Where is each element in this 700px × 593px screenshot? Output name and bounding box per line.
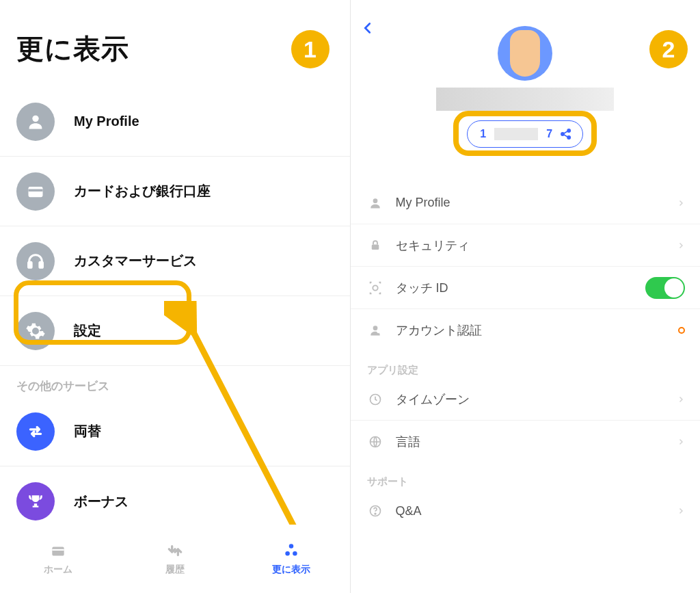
settings-item-label: My Profile (396, 196, 677, 210)
menu-item-label: 設定 (74, 321, 101, 340)
avatar[interactable] (498, 26, 552, 81)
tab-label: ホーム (44, 564, 72, 576)
settings-item-label: 言語 (396, 434, 677, 450)
section-header-app-settings: アプリ設定 (351, 352, 701, 378)
tab-history[interactable]: 履歴 (117, 525, 234, 593)
tab-label: 更に表示 (272, 564, 310, 576)
more-menu-list: My Profile カードおよび銀行口座 カスタマーサービス 設定 (0, 87, 350, 366)
svg-rect-7 (53, 549, 64, 551)
menu-item-settings[interactable]: 設定 (0, 296, 350, 366)
chevron-right-icon (677, 240, 685, 251)
svg-point-9 (286, 551, 291, 556)
settings-list: My Profile セキュリティ タッチ ID アカウント認証 アプリ設定 (351, 182, 701, 532)
settings-item-security[interactable]: セキュリティ (351, 224, 701, 267)
wallet-icon (16, 172, 55, 211)
username-redacted (436, 88, 614, 111)
globe-icon (367, 434, 383, 450)
svg-rect-6 (53, 547, 64, 556)
lock-icon (367, 237, 383, 254)
chevron-right-icon (677, 198, 685, 209)
svg-point-14 (373, 198, 377, 203)
svg-rect-4 (40, 262, 43, 267)
annotation-badge-1: 1 (291, 30, 329, 68)
svg-point-10 (293, 551, 297, 556)
fingerprint-icon (367, 280, 383, 296)
bottom-tab-bar: ホーム 履歴 更に表示 (0, 525, 350, 593)
tab-label: 履歴 (165, 564, 185, 576)
settings-item-timezone[interactable]: タイムゾーン (351, 378, 701, 421)
menu-item-label: カードおよび銀行口座 (74, 182, 211, 200)
svg-rect-15 (371, 244, 379, 250)
home-icon (48, 542, 68, 559)
settings-item-account-verification[interactable]: アカウント認証 (351, 309, 701, 352)
menu-item-exchange[interactable]: 両替 (0, 397, 350, 466)
person-icon (367, 195, 383, 211)
touch-id-toggle[interactable] (645, 277, 685, 299)
person-icon (16, 103, 55, 141)
svg-point-16 (373, 285, 377, 290)
menu-item-label: カスタマーサービス (74, 252, 197, 270)
svg-point-8 (289, 544, 294, 549)
tab-home[interactable]: ホーム (0, 525, 117, 593)
menu-item-label: ボーナス (74, 492, 129, 511)
more-icon (281, 542, 301, 559)
menu-item-my-profile[interactable]: My Profile (0, 87, 350, 157)
menu-item-customer-service[interactable]: カスタマーサービス (0, 226, 350, 296)
chevron-right-icon (677, 436, 685, 447)
history-icon (165, 542, 185, 559)
chevron-right-icon (677, 394, 685, 405)
verify-icon (367, 322, 383, 339)
pane-settings: 2 1 7 My Profile セキュリテ (351, 0, 701, 593)
trophy-icon (16, 482, 55, 520)
menu-item-label: 両替 (74, 422, 101, 440)
settings-item-qa[interactable]: Q&A (351, 490, 701, 532)
settings-item-touch-id[interactable]: タッチ ID (351, 267, 701, 309)
alert-indicator (678, 327, 685, 334)
svg-point-21 (375, 513, 376, 514)
help-icon (367, 503, 383, 519)
pane-more: 更に表示 1 My Profile カードおよび銀行口座 カスタマーサービス (0, 0, 350, 593)
tab-more[interactable]: 更に表示 (233, 525, 350, 593)
clock-icon (367, 391, 383, 408)
settings-item-label: タイムゾーン (396, 391, 677, 408)
settings-item-label: セキュリティ (396, 237, 677, 254)
settings-item-label: タッチ ID (396, 280, 646, 296)
svg-rect-1 (29, 187, 43, 197)
swap-icon (16, 412, 55, 451)
annotation-highlight-id (453, 111, 597, 156)
menu-item-cards-bank[interactable]: カードおよび銀行口座 (0, 157, 350, 226)
headphones-icon (16, 242, 55, 280)
settings-item-my-profile[interactable]: My Profile (351, 182, 701, 224)
settings-item-language[interactable]: 言語 (351, 421, 701, 463)
settings-item-label: アカウント認証 (396, 322, 679, 339)
gear-icon (16, 312, 55, 350)
settings-item-label: Q&A (396, 504, 677, 518)
svg-rect-2 (29, 189, 43, 192)
section-header-support: サポート (351, 463, 701, 490)
svg-point-0 (32, 115, 38, 121)
profile-header: 1 7 (351, 0, 701, 148)
section-header-other: その他のサービス (0, 366, 350, 397)
menu-item-label: My Profile (74, 114, 139, 129)
svg-point-17 (373, 326, 377, 330)
chevron-right-icon (677, 505, 685, 516)
svg-rect-3 (29, 262, 32, 267)
